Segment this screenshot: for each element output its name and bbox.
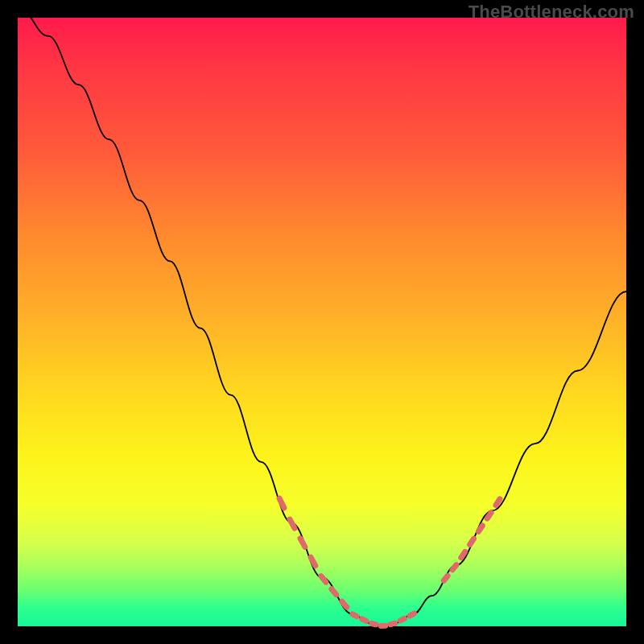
highlight-dash bbox=[400, 618, 404, 621]
highlight-dash bbox=[478, 526, 482, 531]
highlight-dash bbox=[496, 499, 500, 506]
highlight-dash bbox=[362, 619, 366, 621]
highlight-dash bbox=[390, 623, 394, 624]
highlight-markers bbox=[279, 498, 500, 625]
bottleneck-curve bbox=[18, 6, 626, 626]
highlight-dash bbox=[461, 551, 465, 557]
highlight-dash bbox=[487, 513, 491, 518]
highlight-dash bbox=[321, 576, 326, 583]
chart-frame: TheBottleneck.com bbox=[0, 0, 644, 644]
highlight-dash bbox=[290, 519, 295, 528]
highlight-dash bbox=[332, 589, 336, 595]
highlight-dash bbox=[470, 539, 474, 544]
curve-svg bbox=[18, 18, 626, 626]
highlight-dash bbox=[300, 539, 305, 547]
highlight-dash bbox=[342, 601, 347, 607]
highlight-dash bbox=[452, 565, 456, 570]
highlight-dash bbox=[410, 613, 414, 616]
highlight-dash bbox=[372, 624, 376, 625]
highlight-dash bbox=[353, 614, 357, 617]
highlight-dash bbox=[444, 576, 448, 580]
plot-area bbox=[18, 18, 626, 626]
